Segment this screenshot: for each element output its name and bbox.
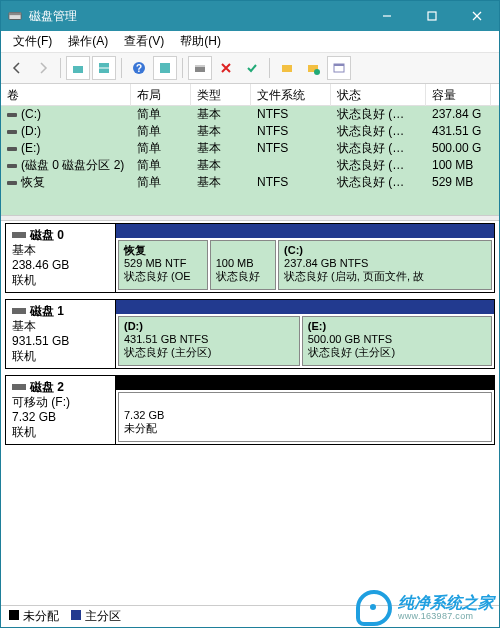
- col-filesystem[interactable]: 文件系统: [251, 84, 331, 106]
- partition[interactable]: 7.32 GB未分配: [118, 392, 492, 442]
- cell-cap: 500.00 G: [426, 140, 491, 157]
- cell-volume: 恢复: [1, 174, 131, 191]
- disk-topbar: [116, 300, 494, 314]
- disk-topbar: [116, 224, 494, 238]
- volume-icon: [7, 164, 17, 168]
- disk-map-panel: 磁盘 0基本238.46 GB联机恢复529 MB NTF状态良好 (OE 10…: [1, 221, 499, 605]
- partition[interactable]: 恢复529 MB NTF状态良好 (OE: [118, 240, 208, 290]
- toolbar-separator: [269, 58, 270, 78]
- cell-volume: (磁盘 0 磁盘分区 2): [1, 157, 131, 174]
- volume-icon: [7, 147, 17, 151]
- col-type[interactable]: 类型: [191, 84, 251, 106]
- close-button[interactable]: [454, 1, 499, 31]
- cell-cap: 237.84 G: [426, 106, 491, 123]
- col-status[interactable]: 状态: [331, 84, 426, 106]
- cell-layout: 简单: [131, 174, 191, 191]
- table-row[interactable]: (磁盘 0 磁盘分区 2)简单基本状态良好 (…100 MB: [1, 157, 499, 174]
- cell-fs: NTFS: [251, 140, 331, 157]
- menu-action[interactable]: 操作(A): [60, 31, 116, 52]
- disk-icon: [12, 232, 26, 238]
- menubar: 文件(F) 操作(A) 查看(V) 帮助(H): [1, 31, 499, 53]
- svg-rect-15: [282, 65, 292, 72]
- disk-row: 磁盘 1基本931.51 GB联机(D:)431.51 GB NTFS状态良好 …: [5, 299, 495, 369]
- cell-fs: NTFS: [251, 123, 331, 140]
- table-header: 卷 布局 类型 文件系统 状态 容量: [1, 84, 499, 106]
- cell-layout: 简单: [131, 123, 191, 140]
- menu-view[interactable]: 查看(V): [116, 31, 172, 52]
- partition[interactable]: 100 MB状态良好: [210, 240, 276, 290]
- cell-volume: (D:): [1, 123, 131, 140]
- window-title: 磁盘管理: [29, 8, 364, 25]
- volume-icon: [7, 130, 17, 134]
- app-icon: [7, 8, 23, 24]
- col-layout[interactable]: 布局: [131, 84, 191, 106]
- cell-volume: (E:): [1, 140, 131, 157]
- cell-volume: (C:): [1, 106, 131, 123]
- folder-icon[interactable]: [275, 56, 299, 80]
- disk-label[interactable]: 磁盘 2可移动 (F:)7.32 GB联机: [6, 376, 116, 444]
- minimize-button[interactable]: [364, 1, 409, 31]
- partition[interactable]: (C:)237.84 GB NTFS状态良好 (启动, 页面文件, 故: [278, 240, 492, 290]
- toolbar-separator: [121, 58, 122, 78]
- col-volume[interactable]: 卷: [1, 84, 131, 106]
- delete-icon[interactable]: [214, 56, 238, 80]
- volume-table: 卷 布局 类型 文件系统 状态 容量 (C:)简单基本NTFS状态良好 (…23…: [1, 83, 499, 215]
- table-row[interactable]: (D:)简单基本NTFS状态良好 (…431.51 G: [1, 123, 499, 140]
- properties-button[interactable]: [188, 56, 212, 80]
- watermark: 纯净系统之家 www.163987.com: [350, 588, 500, 628]
- checkmark-icon[interactable]: [240, 56, 264, 80]
- svg-rect-1: [9, 13, 21, 16]
- cell-status: 状态良好 (…: [331, 140, 426, 157]
- svg-text:?: ?: [136, 63, 142, 74]
- legend-unallocated: 未分配: [9, 608, 59, 625]
- cell-layout: 简单: [131, 106, 191, 123]
- toolbar-separator: [182, 58, 183, 78]
- legend-primary: 主分区: [71, 608, 121, 625]
- svg-rect-12: [160, 63, 170, 73]
- cell-cap: 431.51 G: [426, 123, 491, 140]
- cell-layout: 简单: [131, 140, 191, 157]
- view-list-button[interactable]: [66, 56, 90, 80]
- folder-add-icon[interactable]: [301, 56, 325, 80]
- svg-rect-3: [428, 12, 436, 20]
- col-capacity[interactable]: 容量: [426, 84, 491, 106]
- window-icon[interactable]: [327, 56, 351, 80]
- svg-point-17: [314, 69, 320, 75]
- cell-status: 状态良好 (…: [331, 123, 426, 140]
- cell-cap: 100 MB: [426, 157, 491, 174]
- disk-label[interactable]: 磁盘 0基本238.46 GB联机: [6, 224, 116, 292]
- svg-rect-7: [73, 63, 83, 66]
- disk-label[interactable]: 磁盘 1基本931.51 GB联机: [6, 300, 116, 368]
- menu-file[interactable]: 文件(F): [5, 31, 60, 52]
- watermark-logo-icon: [356, 590, 392, 626]
- cell-status: 状态良好 (…: [331, 157, 426, 174]
- volume-icon: [7, 113, 17, 117]
- cell-status: 状态良好 (…: [331, 106, 426, 123]
- watermark-text: 纯净系统之家: [398, 595, 494, 611]
- toolbar-separator: [60, 58, 61, 78]
- cell-fs: NTFS: [251, 174, 331, 191]
- cell-type: 基本: [191, 106, 251, 123]
- partition[interactable]: (D:)431.51 GB NTFS状态良好 (主分区): [118, 316, 300, 366]
- refresh-button[interactable]: [153, 56, 177, 80]
- nav-back-button[interactable]: [5, 56, 29, 80]
- table-row[interactable]: (C:)简单基本NTFS状态良好 (…237.84 G: [1, 106, 499, 123]
- partition[interactable]: (E:)500.00 GB NTFS状态良好 (主分区): [302, 316, 492, 366]
- titlebar: 磁盘管理: [1, 1, 499, 31]
- table-row[interactable]: (E:)简单基本NTFS状态良好 (…500.00 G: [1, 140, 499, 157]
- disk-icon: [12, 384, 26, 390]
- cell-type: 基本: [191, 140, 251, 157]
- cell-status: 状态良好 (…: [331, 174, 426, 191]
- cell-layout: 简单: [131, 157, 191, 174]
- nav-forward-button[interactable]: [31, 56, 55, 80]
- help-icon[interactable]: ?: [127, 56, 151, 80]
- maximize-button[interactable]: [409, 1, 454, 31]
- disk-topbar: [116, 376, 494, 390]
- svg-rect-14: [195, 65, 205, 67]
- table-row[interactable]: 恢复简单基本NTFS状态良好 (…529 MB: [1, 174, 499, 191]
- svg-rect-19: [334, 64, 344, 66]
- menu-help[interactable]: 帮助(H): [172, 31, 229, 52]
- watermark-url: www.163987.com: [398, 611, 494, 621]
- view-detail-button[interactable]: [92, 56, 116, 80]
- cell-cap: 529 MB: [426, 174, 491, 191]
